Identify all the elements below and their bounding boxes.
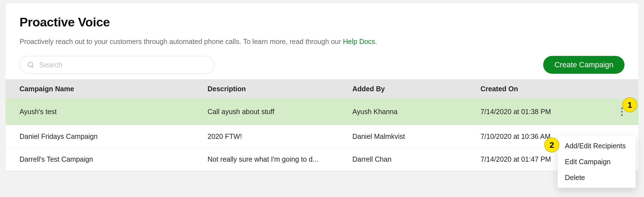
annotation-callout-1: 1 (622, 97, 637, 112)
menu-add-edit-recipients[interactable]: Add/Edit Recipients (558, 138, 636, 154)
svg-line-1 (32, 66, 33, 68)
cell-description: Not really sure what I'm going to d... (208, 155, 352, 163)
create-campaign-button[interactable]: Create Campaign (543, 56, 625, 74)
header-area: Proactive Voice Proactively reach out to… (6, 3, 638, 79)
cell-name: Ayush's test (19, 108, 208, 116)
cell-added-by: Daniel Malmkvist (352, 132, 480, 141)
page-title: Proactive Voice (19, 15, 625, 29)
svg-point-0 (28, 62, 33, 67)
col-campaign-name: Campaign Name (19, 85, 208, 93)
controls-row: Create Campaign (19, 56, 625, 74)
cell-added-by: Darrell Chan (352, 155, 480, 163)
row-actions-dropdown: Add/Edit Recipients Edit Campaign Delete (558, 136, 636, 188)
search-input[interactable] (19, 56, 214, 74)
col-created-on: Created On (480, 85, 597, 93)
table-row[interactable]: Ayush's test Call ayush about stuff Ayus… (6, 98, 638, 125)
search-icon (27, 61, 35, 69)
col-added-by: Added By (352, 85, 480, 93)
campaigns-card: Proactive Voice Proactively reach out to… (6, 3, 638, 171)
actions-cell (597, 106, 625, 118)
page-subtitle: Proactively reach out to your customers … (19, 37, 625, 46)
subtitle-text-suffix: . (375, 38, 377, 45)
menu-delete[interactable]: Delete (558, 170, 636, 186)
cell-added-by: Ayush Khanna (352, 108, 480, 116)
table-row[interactable]: Darrell's Test Campaign Not really sure … (6, 148, 638, 171)
menu-edit-campaign[interactable]: Edit Campaign (558, 154, 636, 170)
col-description: Description (208, 85, 352, 93)
table-header: Campaign Name Description Added By Creat… (6, 79, 638, 98)
cell-name: Darrell's Test Campaign (19, 155, 208, 163)
annotation-callout-2: 2 (544, 137, 559, 152)
cell-name: Daniel Fridays Campaign (19, 132, 208, 141)
help-docs-link[interactable]: Help Docs (343, 38, 375, 45)
subtitle-text-prefix: Proactively reach out to your customers … (19, 38, 343, 45)
search-wrap (19, 56, 214, 74)
cell-description: 2020 FTW! (208, 132, 352, 141)
cell-created-on: 7/14/2020 at 01:38 PM (480, 108, 597, 116)
cell-description: Call ayush about stuff (208, 108, 352, 116)
table-row[interactable]: Daniel Fridays Campaign 2020 FTW! Daniel… (6, 125, 638, 148)
